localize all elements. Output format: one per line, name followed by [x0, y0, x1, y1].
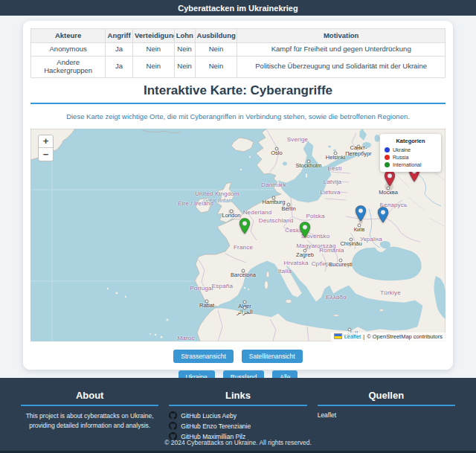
cell-akteure: Andere Hackergruppen	[31, 57, 106, 78]
street-view-button[interactable]: Strassenansicht	[173, 350, 233, 363]
map[interactable]: SverigeDanmarkEestiLatvijaLietuvaБеларус…	[30, 129, 446, 341]
footer: About This project is about cyberattacks…	[0, 378, 476, 453]
view-buttons: Strassenansicht Satellitenansicht	[30, 350, 446, 363]
legend-item-russia: Russia	[385, 155, 437, 160]
footer-sources-title: Quellen	[318, 390, 455, 406]
legend-color-dot-icon	[385, 147, 390, 152]
map-marker-international[interactable]	[300, 222, 311, 241]
github-link[interactable]: GitHub Lucius Aeby	[169, 411, 306, 420]
footer-about-title: About	[21, 390, 158, 406]
map-marker-ukraine[interactable]	[378, 207, 389, 226]
github-link[interactable]: GitHub Enzo Terenzianie	[169, 422, 306, 430]
cell-motivation: Kampf für Freiheit und gegen Unterdrücku…	[237, 43, 446, 57]
col-header: Verteidigung	[133, 29, 175, 43]
map-marker-russia[interactable]	[385, 170, 396, 190]
table-row: Andere Hackergruppen Ja Nein Nein Nein P…	[31, 57, 446, 78]
col-header: Motivation	[237, 29, 446, 43]
cell-ausbildung: Nein	[195, 43, 237, 57]
footer-sources-section: Quellen Leaflet	[318, 390, 455, 443]
map-zoom-control: + −	[38, 135, 54, 161]
copyright-text: © 2024 Cyberattacks on Ukraine. All righ…	[0, 439, 476, 446]
legend-item-label: Russia	[393, 155, 408, 160]
ukraine-flag-icon	[334, 333, 342, 339]
github-link-label: GitHub Lucius Aeby	[181, 412, 237, 420]
cell-verteidigung: Nein	[133, 57, 175, 78]
github-link-label: GitHub Enzo Terenzianie	[181, 423, 251, 430]
cell-angriff: Ja	[106, 43, 133, 57]
map-marker-international[interactable]	[239, 218, 251, 237]
col-header: Lohn	[174, 29, 195, 43]
header-bar: Cyberattacken im Ukrainekrieg	[0, 0, 476, 16]
map-legend: Kategorien Ukraine Russia International	[380, 134, 441, 172]
cell-ausbildung: Nein	[195, 57, 237, 78]
actors-table: Akteure Angriff Verteidigung Lohn Ausbil…	[30, 28, 446, 78]
cell-motivation: Politische Überzeugung und Solidarität m…	[237, 57, 446, 78]
cell-akteure: Anonymous	[31, 43, 106, 57]
zoom-out-button[interactable]: −	[39, 148, 53, 161]
legend-title: Kategorien	[385, 138, 437, 144]
footer-links-section: Links GitHub Lucius Aeby GitHub Enzo Ter…	[169, 390, 306, 443]
legend-item-label: Ukraine	[393, 147, 411, 152]
osm-attribution-link[interactable]: © OpenStreetMap contributors	[367, 333, 443, 340]
legend-item-ukraine: Ukraine	[385, 147, 437, 152]
col-header: Angriff	[106, 29, 133, 43]
app-title: Cyberattacken im Ukrainekrieg	[178, 4, 298, 13]
zoom-in-button[interactable]: +	[39, 135, 53, 148]
github-icon	[169, 422, 177, 430]
table-row: Anonymous Ja Nein Nein Nein Kampf für Fr…	[31, 43, 446, 57]
table-header-row: Akteure Angriff Verteidigung Lohn Ausbil…	[31, 29, 446, 43]
attribution-separator: |	[363, 333, 364, 340]
leaflet-link[interactable]: Leaflet	[344, 333, 361, 340]
footer-about-text: This project is about cyberattacks on Uk…	[21, 411, 158, 431]
footer-about-section: About This project is about cyberattacks…	[21, 390, 158, 443]
cell-lohn: Nein	[174, 57, 195, 78]
map-marker-ukraine[interactable]	[356, 205, 367, 225]
github-icon	[169, 411, 177, 420]
footer-links-title: Links	[169, 390, 306, 406]
cell-lohn: Nein	[174, 43, 195, 57]
content-card: Akteure Angriff Verteidigung Lohn Ausbil…	[23, 21, 453, 370]
satellite-view-button[interactable]: Satellitenansicht	[242, 350, 303, 363]
legend-color-dot-icon	[385, 155, 390, 160]
legend-item-label: International	[393, 162, 422, 167]
legend-color-dot-icon	[385, 162, 390, 167]
col-header: Ausbildung	[195, 29, 237, 43]
map-description: Diese Karte zeigt wichtige Orte, die mit…	[35, 112, 441, 121]
cell-verteidigung: Nein	[133, 43, 175, 57]
page-title: Interaktive Karte: Cyberangriffe	[30, 83, 446, 104]
legend-item-international: International	[385, 162, 437, 167]
col-header: Akteure	[31, 29, 106, 43]
source-leaflet-link[interactable]: Leaflet	[318, 411, 337, 419]
cell-angriff: Ja	[106, 57, 133, 78]
map-attribution: Leaflet | © OpenStreetMap contributors	[331, 332, 446, 341]
